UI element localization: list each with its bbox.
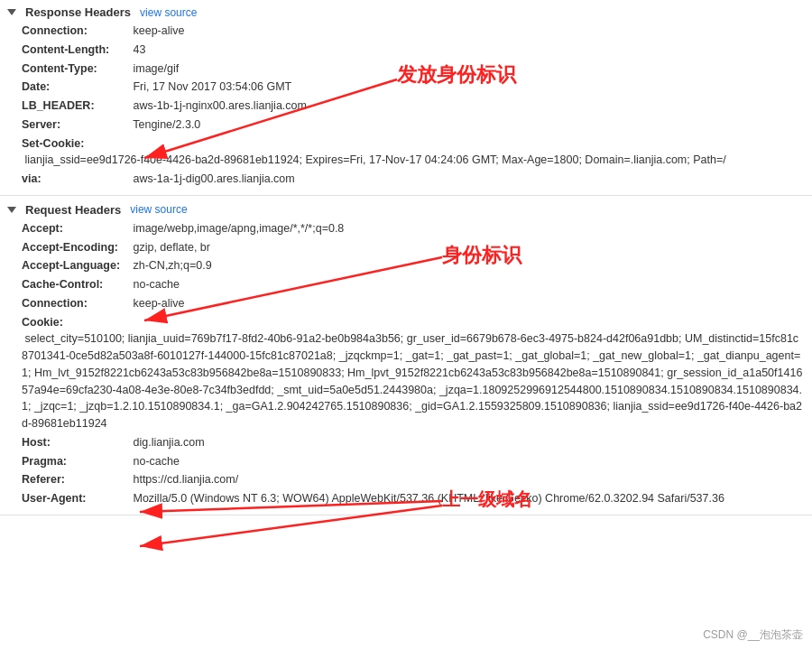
response-header-row: Set-Cookie: lianjia_ssid=ee9d1726-f40e-4…: [7, 135, 805, 170]
header-name: Content-Type:: [22, 60, 130, 78]
header-name: Server:: [22, 116, 130, 134]
header-value: https://cd.lianjia.com/: [130, 471, 238, 488]
response-headers-header: Response Headers view source: [7, 5, 805, 19]
header-value: Fri, 17 Nov 2017 03:54:06 GMT: [130, 79, 291, 96]
header-name: Cookie:: [22, 314, 130, 331]
header-value: image/webp,image/apng,image/*,*/*;q=0.8: [130, 220, 344, 237]
request-headers-section: Request Headers view source Accept: imag…: [0, 198, 812, 515]
header-name: Set-Cookie:: [22, 135, 130, 153]
request-header-row: Referer: https://cd.lianjia.com/: [7, 471, 805, 488]
header-value: gzip, deflate, br: [130, 239, 210, 256]
expand-icon-req: [7, 207, 16, 213]
header-value: no-cache: [130, 453, 180, 470]
response-header-row: Content-Type: image/gif: [7, 60, 805, 78]
request-header-row: Cookie: select_city=510100; lianjia_uuid…: [7, 314, 805, 432]
csdn-watermark: CSDN @__泡泡茶壶: [703, 627, 803, 643]
header-name: Accept-Encoding:: [22, 239, 130, 256]
header-name: via:: [22, 171, 130, 188]
header-value: no-cache: [130, 276, 180, 293]
request-header-row: Accept-Encoding: gzip, deflate, br: [7, 239, 805, 256]
response-header-row: via: aws-1a-1j-dig00.ares.lianjia.com: [7, 171, 805, 188]
request-headers-title: Request Headers: [25, 203, 121, 217]
header-value: 43: [130, 42, 145, 59]
header-value: keep-alive: [130, 23, 184, 40]
header-name: Accept:: [22, 220, 130, 237]
header-name: Connection:: [22, 295, 130, 312]
header-value: aws-1a-1j-dig00.ares.lianjia.com: [130, 171, 295, 188]
request-headers-header: Request Headers view source: [7, 203, 805, 217]
response-headers-rows: Connection: keep-aliveContent-Length: 43…: [7, 23, 805, 188]
response-header-row: LB_HEADER: aws-1b-1j-nginx00.ares.lianji…: [7, 98, 805, 115]
header-name: User-Agent:: [22, 490, 130, 507]
request-header-row: Host: dig.lianjia.com: [7, 434, 805, 451]
response-header-row: Content-Length: 43: [7, 42, 805, 59]
request-headers-rows: Accept: image/webp,image/apng,image/*,*/…: [7, 220, 805, 507]
header-value: select_city=510100; lianjia_uuid=769b7f1…: [22, 330, 805, 432]
request-header-row: User-Agent: Mozilla/5.0 (Windows NT 6.3;…: [7, 490, 805, 507]
header-value: Mozilla/5.0 (Windows NT 6.3; WOW64) Appl…: [130, 490, 724, 507]
response-view-source-link[interactable]: view source: [140, 6, 197, 19]
request-header-row: Connection: keep-alive: [7, 295, 805, 312]
request-header-row: Accept: image/webp,image/apng,image/*,*/…: [7, 220, 805, 237]
header-value: zh-CN,zh;q=0.9: [130, 257, 212, 274]
header-name: Date:: [22, 79, 130, 96]
response-header-row: Connection: keep-alive: [7, 23, 805, 40]
header-value: dig.lianjia.com: [130, 434, 205, 451]
header-name: Pragma:: [22, 453, 130, 470]
header-name: Content-Length:: [22, 42, 130, 59]
header-name: Host:: [22, 434, 130, 451]
request-header-row: Accept-Language: zh-CN,zh;q=0.9: [7, 257, 805, 274]
header-value: image/gif: [130, 60, 179, 78]
request-view-source-link[interactable]: view source: [130, 203, 187, 216]
response-header-row: Date: Fri, 17 Nov 2017 03:54:06 GMT: [7, 79, 805, 96]
header-value: lianjia_ssid=ee9d1726-f40e-4426-ba2d-896…: [22, 152, 726, 169]
response-headers-title: Response Headers: [25, 5, 131, 19]
header-value: Tengine/2.3.0: [130, 116, 200, 134]
header-name: Connection:: [22, 23, 130, 40]
header-name: Referer:: [22, 471, 130, 488]
header-name: Accept-Language:: [22, 257, 130, 274]
response-header-row: Server: Tengine/2.3.0: [7, 116, 805, 134]
expand-icon: [7, 9, 16, 15]
header-name: Cache-Control:: [22, 276, 130, 293]
header-value: keep-alive: [130, 295, 184, 312]
header-value: aws-1b-1j-nginx00.ares.lianjia.com: [130, 98, 307, 115]
header-name: LB_HEADER:: [22, 98, 130, 115]
request-header-row: Pragma: no-cache: [7, 453, 805, 470]
request-header-row: Cache-Control: no-cache: [7, 276, 805, 293]
response-headers-section: Response Headers view source Connection:…: [0, 0, 812, 196]
